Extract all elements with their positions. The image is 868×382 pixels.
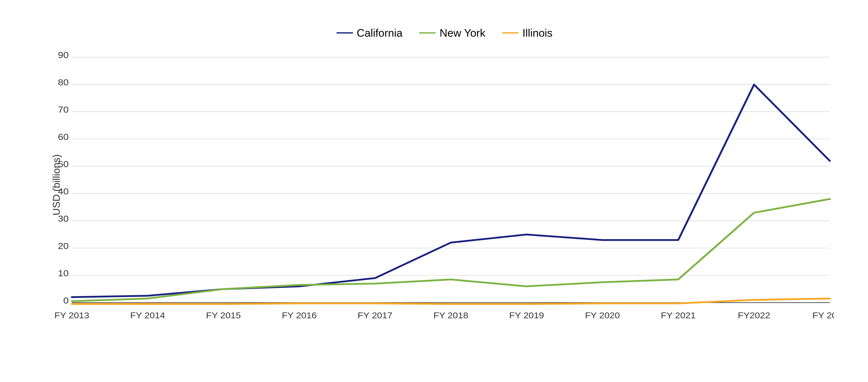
california-legend-line: [336, 32, 353, 33]
svg-text:FY 2023: FY 2023: [812, 310, 834, 320]
svg-text:FY 2015: FY 2015: [206, 310, 241, 320]
svg-text:FY 2019: FY 2019: [509, 310, 544, 320]
svg-text:60: 60: [58, 132, 68, 142]
svg-text:FY2022: FY2022: [738, 310, 770, 320]
chart-legend: California New York Illinois: [55, 27, 834, 39]
svg-text:FY 2016: FY 2016: [282, 310, 316, 320]
y-axis-label: USD (billions): [51, 154, 62, 215]
svg-text:FY 2014: FY 2014: [130, 310, 165, 320]
illinois-legend-line: [502, 32, 519, 33]
svg-text:10: 10: [58, 268, 68, 278]
svg-text:20: 20: [58, 241, 68, 251]
legend-item-california: California: [336, 27, 403, 39]
newyork-legend-label: New York: [439, 27, 485, 39]
svg-text:FY 2020: FY 2020: [585, 310, 620, 320]
california-line: [72, 85, 830, 297]
svg-text:FY 2017: FY 2017: [358, 310, 392, 320]
svg-text:90: 90: [58, 50, 68, 60]
svg-text:FY 2013: FY 2013: [55, 310, 89, 320]
svg-text:80: 80: [58, 77, 68, 87]
newyork-legend-line: [419, 32, 436, 33]
svg-text:0: 0: [63, 295, 68, 306]
newyork-line: [72, 199, 830, 301]
illinois-legend-label: Illinois: [522, 27, 553, 39]
svg-text:FY 2021: FY 2021: [661, 310, 695, 320]
svg-text:Estimated: Estimated: [809, 321, 834, 322]
legend-item-illinois: Illinois: [502, 27, 553, 39]
illinois-line: [72, 298, 830, 304]
chart-container: California New York Illinois USD (billio…: [18, 14, 851, 368]
california-legend-label: California: [357, 27, 403, 39]
svg-text:FY 2018: FY 2018: [433, 310, 468, 320]
svg-text:70: 70: [58, 104, 68, 115]
legend-item-newyork: New York: [419, 27, 485, 39]
chart-svg: 0 10 20 30 40 50 60 70 80 90 FY 2013 FY …: [55, 47, 834, 322]
